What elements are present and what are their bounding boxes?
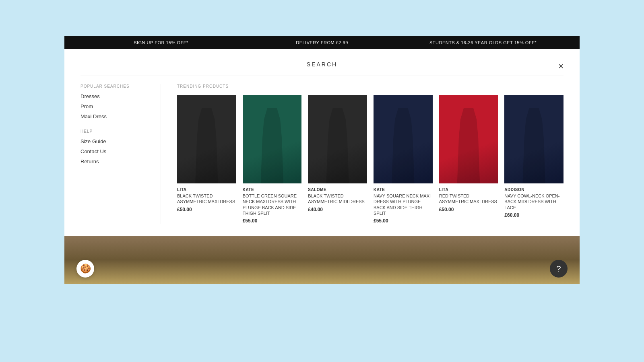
- sidebar-link-contact-us[interactable]: Contact Us: [80, 148, 153, 154]
- product-image: [308, 95, 367, 183]
- product-image: [439, 95, 498, 183]
- sidebar-link-maxi-dress[interactable]: Maxi Dress: [80, 113, 153, 119]
- sidebar-link-size-guide[interactable]: Size Guide: [80, 138, 153, 144]
- product-image: [504, 95, 564, 183]
- product-price: £60.00: [504, 212, 564, 218]
- help-title: HELP: [80, 129, 153, 134]
- help-button[interactable]: ?: [550, 260, 568, 278]
- product-name: RED TWISTED ASYMMETRIC MAXI DRESS: [439, 193, 498, 205]
- product-card[interactable]: KATEBOTTLE GREEN SQUARE NECK MAXI DRESS …: [243, 95, 302, 224]
- product-brand: LITA: [177, 187, 236, 192]
- product-price: £50.00: [177, 207, 236, 212]
- search-sidebar: POPULAR SEARCHES Dresses Prom Maxi Dress…: [80, 84, 161, 224]
- page-wrapper: SIGN UP FOR 15% OFF* DELIVERY FROM £2.99…: [64, 36, 580, 284]
- product-price: £50.00: [439, 207, 498, 212]
- close-button[interactable]: ×: [558, 62, 564, 71]
- search-overlay: SEARCH × POPULAR SEARCHES Dresses Prom M…: [64, 49, 580, 236]
- announcement-right: STUDENTS & 16-26 YEAR OLDS GET 15% OFF*: [402, 40, 564, 45]
- sidebar-link-prom[interactable]: Prom: [80, 103, 153, 109]
- announcement-bar: SIGN UP FOR 15% OFF* DELIVERY FROM £2.99…: [64, 36, 580, 49]
- trending-products-title: TRENDING PRODUCTS: [177, 84, 564, 88]
- popular-searches-section: POPULAR SEARCHES Dresses Prom Maxi Dress: [80, 84, 153, 119]
- product-name: NAVY COWL-NECK OPEN-BACK MIDI DRESS WITH…: [504, 193, 564, 210]
- product-card[interactable]: SALOMEBLACK TWISTED ASYMMETRIC MIDI DRES…: [308, 95, 367, 224]
- product-image: [177, 95, 236, 183]
- announcement-left: SIGN UP FOR 15% OFF*: [80, 40, 242, 45]
- product-brand: KATE: [374, 187, 433, 192]
- search-header: SEARCH ×: [80, 57, 564, 76]
- sidebar-link-returns[interactable]: Returns: [80, 158, 153, 165]
- help-section: HELP Size Guide Contact Us Returns: [80, 129, 153, 165]
- product-brand: ADDISON: [504, 187, 564, 192]
- announcement-center: DELIVERY FROM £2.99: [242, 40, 402, 45]
- product-price: £55.00: [374, 218, 433, 224]
- product-card[interactable]: KATENAVY SQUARE NECK MAXI DRESS WITH PLU…: [374, 95, 433, 224]
- popular-searches-title: POPULAR SEARCHES: [80, 84, 153, 88]
- search-title: SEARCH: [307, 61, 337, 68]
- product-name: BLACK TWISTED ASYMMETRIC MAXI DRESS: [177, 193, 236, 205]
- sidebar-link-dresses[interactable]: Dresses: [80, 93, 153, 99]
- product-card[interactable]: LITARED TWISTED ASYMMETRIC MAXI DRESS£50…: [439, 95, 498, 224]
- product-name: BOTTLE GREEN SQUARE NECK MAXI DRESS WITH…: [243, 193, 302, 216]
- product-image: [374, 95, 433, 183]
- products-grid: LITABLACK TWISTED ASYMMETRIC MAXI DRESS£…: [177, 95, 564, 224]
- product-card[interactable]: ADDISONNAVY COWL-NECK OPEN-BACK MIDI DRE…: [504, 95, 564, 224]
- product-image: [243, 95, 302, 183]
- cookie-button[interactable]: 🍪: [76, 260, 94, 278]
- product-brand: KATE: [243, 187, 302, 192]
- product-price: £55.00: [243, 218, 302, 224]
- product-name: BLACK TWISTED ASYMMETRIC MIDI DRESS: [308, 193, 367, 205]
- search-content: POPULAR SEARCHES Dresses Prom Maxi Dress…: [80, 76, 564, 224]
- product-price: £40.00: [308, 207, 367, 212]
- product-brand: LITA: [439, 187, 498, 192]
- background-page: 🍪 ?: [64, 236, 580, 284]
- product-name: NAVY SQUARE NECK MAXI DRESS WITH PLUNGE …: [374, 193, 433, 216]
- product-card[interactable]: LITABLACK TWISTED ASYMMETRIC MAXI DRESS£…: [177, 95, 236, 224]
- products-section: TRENDING PRODUCTS LITABLACK TWISTED ASYM…: [177, 84, 564, 224]
- product-brand: SALOME: [308, 187, 367, 192]
